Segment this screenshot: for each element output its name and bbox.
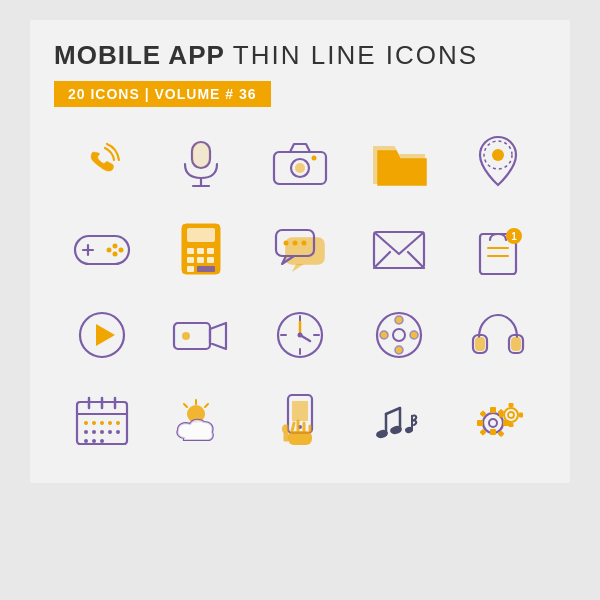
music-icon-cell [352, 383, 447, 459]
play-icon-cell [54, 297, 149, 373]
play-icon [75, 308, 129, 362]
settings-icon [467, 393, 529, 449]
svg-point-6 [295, 163, 305, 173]
svg-rect-42 [174, 323, 210, 349]
hand-phone-icon [276, 391, 324, 451]
microphone-icon-cell [153, 125, 248, 201]
title-bold: MOBILE APP [54, 40, 225, 71]
headphones-icon [469, 307, 527, 363]
svg-point-73 [92, 430, 96, 434]
clock-icon-cell [252, 297, 347, 373]
svg-point-76 [116, 430, 120, 434]
svg-point-68 [92, 421, 96, 425]
svg-rect-107 [509, 403, 514, 407]
svg-point-67 [84, 421, 88, 425]
headphones-icon-cell [451, 297, 546, 373]
svg-point-54 [395, 316, 403, 324]
clock-icon [273, 308, 327, 362]
svg-line-33 [374, 252, 390, 268]
main-card: MOBILE APP THIN LINE ICONS 20 ICONS | VO… [30, 20, 570, 483]
video-camera-icon-cell [153, 297, 248, 373]
svg-point-57 [410, 331, 418, 339]
svg-point-29 [283, 241, 288, 246]
svg-point-31 [301, 241, 306, 246]
icons-grid: 1 [54, 125, 546, 459]
svg-rect-23 [197, 257, 204, 263]
svg-rect-21 [207, 248, 214, 254]
film-reel-icon [372, 308, 426, 362]
folder-icon [370, 137, 428, 189]
svg-rect-99 [477, 420, 483, 426]
gamepad-icon [71, 226, 133, 272]
svg-rect-25 [187, 266, 194, 272]
svg-rect-61 [511, 337, 521, 351]
microphone-icon [175, 134, 227, 192]
svg-line-82 [205, 404, 208, 407]
folder-icon-cell [352, 125, 447, 201]
title-row: MOBILE APP THIN LINE ICONS [54, 40, 546, 71]
svg-line-92 [386, 408, 400, 414]
svg-point-55 [395, 346, 403, 354]
chat-icon [270, 222, 330, 276]
envelope-icon-cell [352, 211, 447, 287]
subtitle-bar: 20 ICONS | VOLUME # 36 [54, 81, 271, 107]
svg-line-34 [408, 252, 424, 268]
svg-point-13 [112, 244, 117, 249]
hand-phone-icon-cell [252, 383, 347, 459]
svg-point-72 [84, 430, 88, 434]
gamepad-icon-cell [54, 211, 149, 287]
svg-point-14 [118, 248, 123, 253]
svg-marker-41 [96, 324, 115, 346]
camera-icon [270, 138, 330, 188]
calculator-icon-cell [153, 211, 248, 287]
svg-rect-3 [192, 142, 210, 168]
svg-point-75 [108, 430, 112, 434]
location-icon [472, 133, 524, 193]
svg-rect-109 [499, 413, 503, 418]
svg-point-106 [508, 412, 514, 418]
envelope-icon [370, 226, 428, 272]
title-thin: THIN LINE ICONS [233, 40, 478, 71]
video-camera-icon [170, 313, 232, 357]
subtitle-text: 20 ICONS | VOLUME # 36 [68, 86, 257, 102]
settings-icon-cell [451, 383, 546, 459]
svg-point-7 [311, 156, 316, 161]
svg-rect-20 [197, 248, 204, 254]
shopping-bag-icon-cell: 1 [451, 211, 546, 287]
svg-point-56 [380, 331, 388, 339]
svg-text:1: 1 [512, 231, 518, 242]
svg-point-30 [292, 241, 297, 246]
weather-icon-cell [153, 383, 248, 459]
svg-point-71 [116, 421, 120, 425]
svg-point-77 [84, 439, 88, 443]
svg-point-53 [393, 329, 405, 341]
svg-rect-97 [490, 407, 496, 413]
svg-point-96 [489, 419, 497, 427]
svg-line-83 [184, 404, 187, 407]
calendar-icon-cell [54, 383, 149, 459]
music-icon [370, 394, 428, 448]
svg-point-16 [106, 248, 111, 253]
location-icon-cell [451, 125, 546, 201]
calculator-icon [178, 220, 224, 278]
weather-icon [170, 394, 232, 448]
svg-point-70 [108, 421, 112, 425]
svg-point-43 [182, 332, 190, 340]
svg-rect-98 [490, 429, 496, 435]
svg-rect-85 [292, 401, 308, 421]
phone-icon [73, 134, 131, 192]
phone-icon-cell [54, 125, 149, 201]
svg-rect-87 [288, 431, 312, 445]
svg-rect-108 [509, 423, 514, 427]
camera-icon-cell [252, 125, 347, 201]
svg-rect-19 [187, 248, 194, 254]
svg-point-8 [492, 149, 504, 161]
svg-point-69 [100, 421, 104, 425]
calendar-icon [73, 394, 131, 448]
svg-rect-26 [197, 266, 215, 272]
svg-point-74 [100, 430, 104, 434]
svg-rect-59 [475, 337, 485, 351]
svg-rect-110 [519, 413, 523, 418]
chat-icon-cell [252, 211, 347, 287]
svg-rect-18 [187, 228, 215, 242]
